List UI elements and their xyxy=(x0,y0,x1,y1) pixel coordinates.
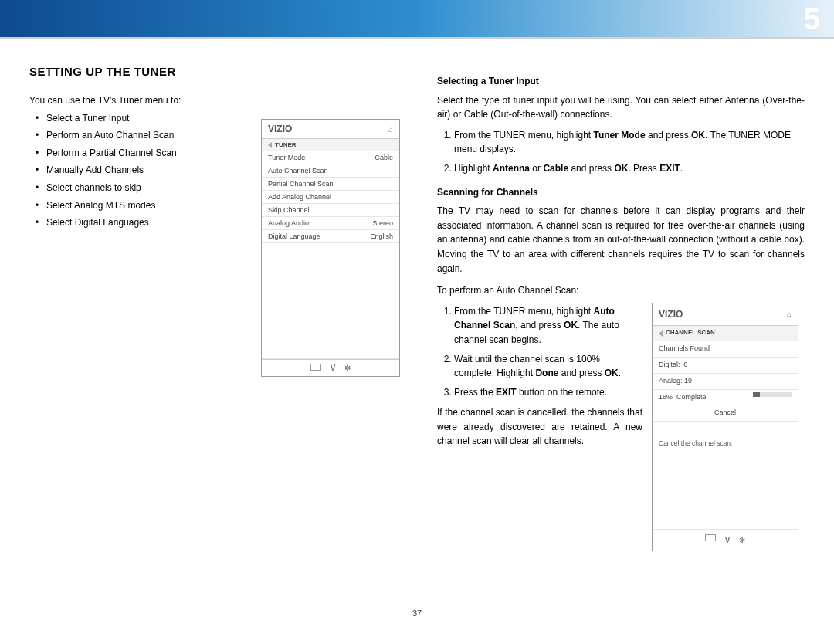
osd-footer: V ✻ xyxy=(262,359,399,376)
osd-row-value: 0 xyxy=(684,361,688,368)
osd-row-value: English xyxy=(370,232,393,240)
back-icon xyxy=(268,142,272,148)
osd-hint: Cancel the channel scan. xyxy=(653,422,798,466)
gear-icon: ✻ xyxy=(344,364,351,372)
osd-row-label: Analog: xyxy=(659,377,683,385)
osd-brand: VIZIO xyxy=(659,307,683,322)
page-body: SETTING UP THE TUNER You can use the TV'… xyxy=(0,39,834,625)
osd-header: VIZIO ⌂ xyxy=(653,303,798,327)
bold: Tuner Mode xyxy=(594,130,646,141)
intro-line: You can use the TV's Tuner menu to: xyxy=(29,93,261,108)
text: or xyxy=(530,163,543,174)
text: and press xyxy=(558,368,604,378)
bold: EXIT xyxy=(659,163,680,174)
osd-row: Partial Channel Scan xyxy=(262,178,399,191)
text: . Press xyxy=(628,163,659,174)
osd-row-label: Analog Audio xyxy=(268,219,309,227)
list-item: Select Analog MTS modes xyxy=(46,198,261,213)
osd-row: Skip Channel xyxy=(262,204,399,217)
osd-row-label: Auto Channel Scan xyxy=(268,167,328,175)
text: , and press xyxy=(515,320,564,330)
osd-row: Analog AudioStereo xyxy=(262,217,399,230)
osd-breadcrumb: CHANNEL SCAN xyxy=(653,326,798,341)
bold: Cable xyxy=(543,163,568,174)
list-item: Select Digital Languages xyxy=(46,215,261,230)
page-number: 37 xyxy=(0,608,834,618)
text: Press the xyxy=(454,387,496,398)
text: From the TUNER menu, highlight xyxy=(454,130,594,141)
osd-empty-area: Cancel the channel scan. xyxy=(653,422,798,530)
right-column: Selecting a Tuner Input Select the type … xyxy=(415,65,805,625)
subhead-selecting: Selecting a Tuner Input xyxy=(437,74,805,89)
chevron-down-icon: V xyxy=(725,534,731,547)
home-icon: ⌂ xyxy=(787,308,792,320)
tuner-osd-panel: VIZIO ⌂ TUNER Tuner ModeCable Auto Chann… xyxy=(261,119,400,377)
bold: Antenna xyxy=(493,163,530,174)
list-item: Manually Add Channels xyxy=(46,163,261,178)
osd-row-label: Add Analog Channel xyxy=(268,193,331,201)
osd-row-value: Cable xyxy=(375,154,393,161)
step-item: From the TUNER menu, highlight Auto Chan… xyxy=(454,304,642,347)
osd-breadcrumb: TUNER xyxy=(262,139,399,151)
bold: EXIT xyxy=(496,387,517,398)
bold: Done xyxy=(535,368,558,378)
chapter-number: 5 xyxy=(804,3,820,36)
osd-row-value: Stereo xyxy=(372,219,393,227)
text: . xyxy=(680,163,683,174)
osd-row: Digital: 0 xyxy=(653,358,798,374)
wide-icon xyxy=(705,534,716,541)
osd-row: Tuner ModeCable xyxy=(262,151,399,164)
back-icon xyxy=(659,330,663,337)
scan-steps: From the TUNER menu, highlight Auto Chan… xyxy=(437,304,642,400)
progress-percent: 18% xyxy=(659,393,673,401)
selecting-steps: From the TUNER menu, highlight Tuner Mod… xyxy=(437,128,805,176)
cancel-label: Cancel xyxy=(714,408,736,419)
progress-fill xyxy=(753,392,760,397)
list-item: Perform an Auto Channel Scan xyxy=(46,128,261,143)
scan-steps-wrap: From the TUNER menu, highlight Auto Chan… xyxy=(437,298,642,551)
osd-row-value: 19 xyxy=(684,377,692,385)
step-item: From the TUNER menu, highlight Tuner Mod… xyxy=(454,128,805,157)
bold: OK xyxy=(614,163,628,174)
osd-cancel-row: Cancel xyxy=(653,405,798,422)
chevron-down-icon: V xyxy=(331,364,336,372)
list-item: Perform a Partial Channel Scan xyxy=(46,146,261,161)
osd-footer: V ✻ xyxy=(653,530,798,551)
osd-row: Analog: 19 xyxy=(653,374,798,390)
osd-empty-area xyxy=(262,243,399,359)
step-item: Press the EXIT button on the remote. xyxy=(454,385,642,400)
wide-icon xyxy=(310,364,321,371)
osd-row-label: Digital: xyxy=(659,361,680,368)
middle-column: VIZIO ⌂ TUNER Tuner ModeCable Auto Chann… xyxy=(261,65,415,625)
scan-intro: To perform an Auto Channel Scan: xyxy=(437,283,805,298)
text: and press xyxy=(568,163,614,174)
gear-icon: ✻ xyxy=(739,534,745,547)
osd-header: VIZIO ⌂ xyxy=(262,120,399,139)
osd-row-progress: 18% Complete xyxy=(653,390,798,406)
osd-row-label: Digital Language xyxy=(268,232,320,240)
osd-row-label: Skip Channel xyxy=(268,206,310,214)
bold: OK xyxy=(605,368,619,378)
bold: OK xyxy=(564,320,578,330)
progress-label: Complete xyxy=(676,393,707,401)
osd-row: Digital LanguageEnglish xyxy=(262,230,399,243)
osd-row-label: Partial Channel Scan xyxy=(268,180,334,188)
text: button on the remote. xyxy=(517,387,607,398)
osd-brand: VIZIO xyxy=(268,124,292,134)
home-icon: ⌂ xyxy=(388,125,393,134)
scan-note: If the channel scan is cancelled, the ch… xyxy=(437,405,642,449)
selecting-para: Select the type of tuner input you will … xyxy=(437,93,805,122)
intro-bullets: Select a Tuner Input Perform an Auto Cha… xyxy=(29,111,261,230)
osd-row-label: Tuner Mode xyxy=(268,154,305,161)
progress-bar xyxy=(753,392,792,397)
text: From the TUNER menu, highlight xyxy=(454,306,594,317)
channel-scan-osd-panel: VIZIO ⌂ CHANNEL SCAN Channels Found Digi… xyxy=(652,303,798,551)
step-item: Wait until the channel scan is 100% comp… xyxy=(454,352,642,381)
osd-crumb-label: TUNER xyxy=(275,141,297,148)
scan-osd-column: VIZIO ⌂ CHANNEL SCAN Channels Found Digi… xyxy=(642,298,805,551)
text: Highlight xyxy=(454,163,493,174)
section-title: SETTING UP THE TUNER xyxy=(29,65,261,78)
step-item: Highlight Antenna or Cable and press OK.… xyxy=(454,161,805,176)
scanning-para: The TV may need to scan for channels bef… xyxy=(437,204,805,276)
osd-row: Add Analog Channel xyxy=(262,191,399,204)
